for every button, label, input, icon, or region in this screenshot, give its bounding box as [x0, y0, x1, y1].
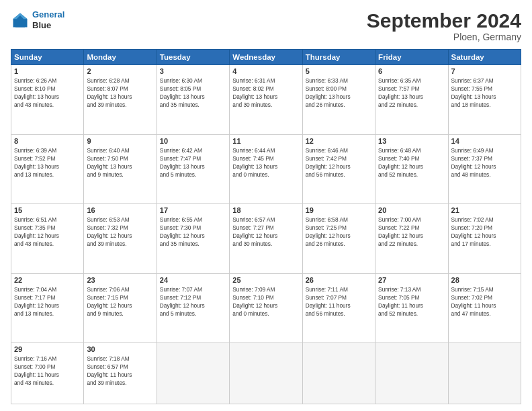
- calendar-day-cell: 3Sunrise: 6:30 AM Sunset: 8:05 PM Daylig…: [157, 65, 229, 135]
- day-info: Sunrise: 6:40 AM Sunset: 7:50 PM Dayligh…: [87, 146, 153, 179]
- day-number: 24: [160, 276, 226, 284]
- calendar-week-row: 15Sunrise: 6:51 AM Sunset: 7:35 PM Dayli…: [11, 204, 521, 274]
- calendar-day-cell: 18Sunrise: 6:57 AM Sunset: 7:27 PM Dayli…: [230, 204, 302, 274]
- day-number: 4: [232, 67, 299, 75]
- day-number: 8: [14, 137, 81, 145]
- day-number: 25: [232, 276, 299, 284]
- calendar-day-cell: 12Sunrise: 6:46 AM Sunset: 7:42 PM Dayli…: [302, 134, 375, 204]
- day-number: 18: [232, 206, 299, 214]
- logo-icon: [11, 11, 30, 30]
- calendar-day-cell: 20Sunrise: 7:00 AM Sunset: 7:22 PM Dayli…: [375, 204, 448, 274]
- day-number: 13: [378, 137, 445, 145]
- calendar-week-row: 22Sunrise: 7:04 AM Sunset: 7:17 PM Dayli…: [11, 273, 521, 343]
- day-info: Sunrise: 7:07 AM Sunset: 7:12 PM Dayligh…: [160, 285, 226, 318]
- day-number: 29: [14, 345, 81, 353]
- calendar-week-row: 8Sunrise: 6:39 AM Sunset: 7:52 PM Daylig…: [11, 134, 521, 204]
- day-number: 1: [14, 67, 81, 75]
- month-title: September 2024: [367, 9, 521, 32]
- calendar-day-cell: 24Sunrise: 7:07 AM Sunset: 7:12 PM Dayli…: [157, 273, 229, 343]
- calendar-day-cell: 4Sunrise: 6:31 AM Sunset: 8:02 PM Daylig…: [230, 65, 302, 135]
- day-number: 26: [306, 276, 372, 284]
- day-number: 3: [160, 67, 226, 75]
- day-info: Sunrise: 6:49 AM Sunset: 7:37 PM Dayligh…: [451, 146, 518, 179]
- weekday-header-cell: Wednesday: [230, 50, 302, 65]
- calendar-day-cell: 25Sunrise: 7:09 AM Sunset: 7:10 PM Dayli…: [230, 273, 302, 343]
- logo-text: General Blue: [32, 9, 64, 30]
- calendar-empty-cell: [157, 343, 229, 404]
- day-number: 11: [232, 137, 299, 145]
- day-info: Sunrise: 7:13 AM Sunset: 7:05 PM Dayligh…: [378, 285, 445, 318]
- day-number: 22: [14, 276, 81, 284]
- calendar-day-cell: 19Sunrise: 6:58 AM Sunset: 7:25 PM Dayli…: [302, 204, 375, 274]
- day-number: 7: [451, 67, 518, 75]
- day-number: 14: [451, 137, 518, 145]
- calendar-week-row: 29Sunrise: 7:16 AM Sunset: 7:00 PM Dayli…: [11, 343, 521, 404]
- page: General Blue September 2024 Ploen, Germa…: [0, 0, 532, 411]
- calendar-day-cell: 30Sunrise: 7:18 AM Sunset: 6:57 PM Dayli…: [84, 343, 157, 404]
- day-info: Sunrise: 6:58 AM Sunset: 7:25 PM Dayligh…: [306, 216, 372, 248]
- day-info: Sunrise: 6:28 AM Sunset: 8:07 PM Dayligh…: [87, 77, 153, 109]
- calendar-day-cell: 5Sunrise: 6:33 AM Sunset: 8:00 PM Daylig…: [302, 65, 375, 135]
- calendar-day-cell: 22Sunrise: 7:04 AM Sunset: 7:17 PM Dayli…: [11, 273, 84, 343]
- day-number: 23: [87, 276, 153, 284]
- day-info: Sunrise: 7:04 AM Sunset: 7:17 PM Dayligh…: [14, 285, 81, 318]
- day-info: Sunrise: 6:33 AM Sunset: 8:00 PM Dayligh…: [306, 77, 372, 109]
- svg-rect-2: [15, 20, 25, 28]
- calendar-day-cell: 1Sunrise: 6:26 AM Sunset: 8:10 PM Daylig…: [11, 65, 84, 135]
- day-info: Sunrise: 7:06 AM Sunset: 7:15 PM Dayligh…: [87, 285, 153, 318]
- day-info: Sunrise: 7:09 AM Sunset: 7:10 PM Dayligh…: [232, 285, 299, 318]
- calendar-day-cell: 15Sunrise: 6:51 AM Sunset: 7:35 PM Dayli…: [11, 204, 84, 274]
- day-info: Sunrise: 6:26 AM Sunset: 8:10 PM Dayligh…: [14, 77, 81, 109]
- day-info: Sunrise: 6:37 AM Sunset: 7:55 PM Dayligh…: [451, 77, 518, 109]
- calendar-week-row: 1Sunrise: 6:26 AM Sunset: 8:10 PM Daylig…: [11, 65, 521, 135]
- day-number: 16: [87, 206, 153, 214]
- weekday-header-cell: Tuesday: [157, 50, 229, 65]
- calendar-day-cell: 17Sunrise: 6:55 AM Sunset: 7:30 PM Dayli…: [157, 204, 229, 274]
- weekday-header-cell: Thursday: [302, 50, 375, 65]
- day-number: 2: [87, 67, 153, 75]
- day-info: Sunrise: 6:48 AM Sunset: 7:40 PM Dayligh…: [378, 146, 445, 179]
- calendar-day-cell: 14Sunrise: 6:49 AM Sunset: 7:37 PM Dayli…: [448, 134, 521, 204]
- calendar-table: SundayMondayTuesdayWednesdayThursdayFrid…: [11, 49, 521, 404]
- day-number: 10: [160, 137, 226, 145]
- title-block: September 2024 Ploen, Germany: [367, 9, 521, 42]
- weekday-header-row: SundayMondayTuesdayWednesdayThursdayFrid…: [11, 50, 521, 65]
- calendar-day-cell: 23Sunrise: 7:06 AM Sunset: 7:15 PM Dayli…: [84, 273, 157, 343]
- logo: General Blue: [11, 9, 64, 30]
- day-info: Sunrise: 7:16 AM Sunset: 7:00 PM Dayligh…: [14, 355, 81, 387]
- day-info: Sunrise: 6:42 AM Sunset: 7:47 PM Dayligh…: [160, 146, 226, 179]
- weekday-header-cell: Saturday: [448, 50, 521, 65]
- calendar-day-cell: 6Sunrise: 6:35 AM Sunset: 7:57 PM Daylig…: [375, 65, 448, 135]
- day-info: Sunrise: 7:18 AM Sunset: 6:57 PM Dayligh…: [87, 355, 153, 387]
- calendar-day-cell: 7Sunrise: 6:37 AM Sunset: 7:55 PM Daylig…: [448, 65, 521, 135]
- calendar-day-cell: 21Sunrise: 7:02 AM Sunset: 7:20 PM Dayli…: [448, 204, 521, 274]
- day-number: 5: [306, 67, 372, 75]
- day-number: 27: [378, 276, 445, 284]
- day-info: Sunrise: 7:11 AM Sunset: 7:07 PM Dayligh…: [306, 285, 372, 318]
- calendar-body: 1Sunrise: 6:26 AM Sunset: 8:10 PM Daylig…: [11, 65, 521, 404]
- weekday-header-cell: Sunday: [11, 50, 84, 65]
- day-number: 21: [451, 206, 518, 214]
- day-info: Sunrise: 6:35 AM Sunset: 7:57 PM Dayligh…: [378, 77, 445, 109]
- logo-line2: Blue: [32, 20, 64, 31]
- calendar-day-cell: 11Sunrise: 6:44 AM Sunset: 7:45 PM Dayli…: [230, 134, 302, 204]
- calendar-day-cell: 27Sunrise: 7:13 AM Sunset: 7:05 PM Dayli…: [375, 273, 448, 343]
- calendar-day-cell: 9Sunrise: 6:40 AM Sunset: 7:50 PM Daylig…: [84, 134, 157, 204]
- day-info: Sunrise: 6:53 AM Sunset: 7:32 PM Dayligh…: [87, 216, 153, 248]
- calendar-day-cell: 29Sunrise: 7:16 AM Sunset: 7:00 PM Dayli…: [11, 343, 84, 404]
- calendar-day-cell: 28Sunrise: 7:15 AM Sunset: 7:02 PM Dayli…: [448, 273, 521, 343]
- header: General Blue September 2024 Ploen, Germa…: [11, 9, 521, 42]
- calendar-day-cell: 13Sunrise: 6:48 AM Sunset: 7:40 PM Dayli…: [375, 134, 448, 204]
- day-info: Sunrise: 7:15 AM Sunset: 7:02 PM Dayligh…: [451, 285, 518, 318]
- day-info: Sunrise: 6:57 AM Sunset: 7:27 PM Dayligh…: [232, 216, 299, 248]
- day-info: Sunrise: 7:02 AM Sunset: 7:20 PM Dayligh…: [451, 216, 518, 248]
- calendar-empty-cell: [230, 343, 302, 404]
- location: Ploen, Germany: [367, 32, 521, 42]
- day-info: Sunrise: 6:51 AM Sunset: 7:35 PM Dayligh…: [14, 216, 81, 248]
- calendar-empty-cell: [448, 343, 521, 404]
- day-number: 12: [306, 137, 372, 145]
- day-info: Sunrise: 7:00 AM Sunset: 7:22 PM Dayligh…: [378, 216, 445, 248]
- calendar-day-cell: 10Sunrise: 6:42 AM Sunset: 7:47 PM Dayli…: [157, 134, 229, 204]
- day-number: 20: [378, 206, 445, 214]
- weekday-header-cell: Friday: [375, 50, 448, 65]
